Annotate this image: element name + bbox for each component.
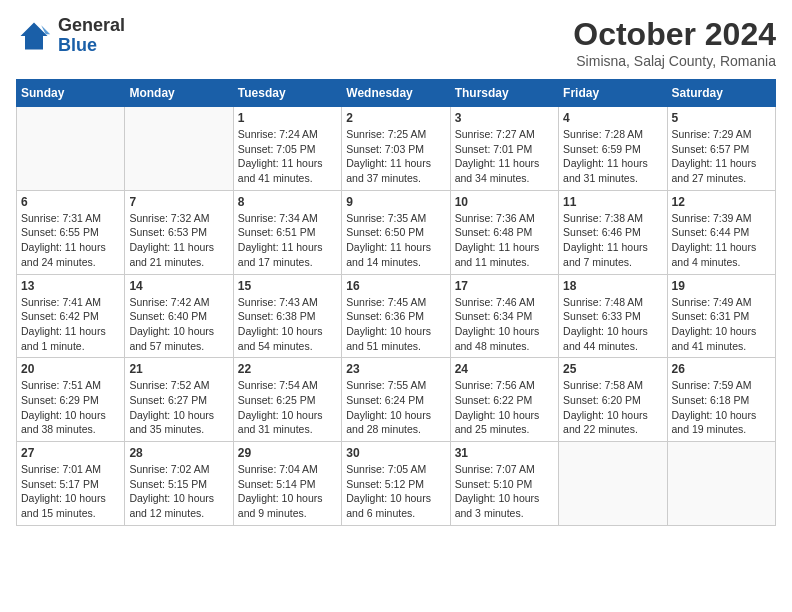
day-number: 22	[238, 362, 337, 376]
day-number: 7	[129, 195, 228, 209]
day-number: 26	[672, 362, 771, 376]
day-number: 4	[563, 111, 662, 125]
day-info: Sunrise: 7:27 AM Sunset: 7:01 PM Dayligh…	[455, 127, 554, 186]
day-number: 28	[129, 446, 228, 460]
day-info: Sunrise: 7:56 AM Sunset: 6:22 PM Dayligh…	[455, 378, 554, 437]
day-number: 18	[563, 279, 662, 293]
day-number: 27	[21, 446, 120, 460]
table-row: 19Sunrise: 7:49 AM Sunset: 6:31 PM Dayli…	[667, 274, 775, 358]
logo-icon	[16, 18, 52, 54]
table-row: 8Sunrise: 7:34 AM Sunset: 6:51 PM Daylig…	[233, 190, 341, 274]
table-row: 28Sunrise: 7:02 AM Sunset: 5:15 PM Dayli…	[125, 442, 233, 526]
day-info: Sunrise: 7:46 AM Sunset: 6:34 PM Dayligh…	[455, 295, 554, 354]
day-number: 19	[672, 279, 771, 293]
table-row: 17Sunrise: 7:46 AM Sunset: 6:34 PM Dayli…	[450, 274, 558, 358]
calendar-table: Sunday Monday Tuesday Wednesday Thursday…	[16, 79, 776, 526]
day-number: 14	[129, 279, 228, 293]
day-number: 21	[129, 362, 228, 376]
table-row: 4Sunrise: 7:28 AM Sunset: 6:59 PM Daylig…	[559, 107, 667, 191]
day-number: 16	[346, 279, 445, 293]
table-row	[17, 107, 125, 191]
day-number: 2	[346, 111, 445, 125]
day-number: 31	[455, 446, 554, 460]
table-row: 18Sunrise: 7:48 AM Sunset: 6:33 PM Dayli…	[559, 274, 667, 358]
day-info: Sunrise: 7:35 AM Sunset: 6:50 PM Dayligh…	[346, 211, 445, 270]
calendar-week-row: 13Sunrise: 7:41 AM Sunset: 6:42 PM Dayli…	[17, 274, 776, 358]
table-row: 11Sunrise: 7:38 AM Sunset: 6:46 PM Dayli…	[559, 190, 667, 274]
table-row: 21Sunrise: 7:52 AM Sunset: 6:27 PM Dayli…	[125, 358, 233, 442]
day-number: 10	[455, 195, 554, 209]
table-row: 9Sunrise: 7:35 AM Sunset: 6:50 PM Daylig…	[342, 190, 450, 274]
table-row: 29Sunrise: 7:04 AM Sunset: 5:14 PM Dayli…	[233, 442, 341, 526]
day-number: 13	[21, 279, 120, 293]
table-row: 5Sunrise: 7:29 AM Sunset: 6:57 PM Daylig…	[667, 107, 775, 191]
day-number: 29	[238, 446, 337, 460]
day-info: Sunrise: 7:34 AM Sunset: 6:51 PM Dayligh…	[238, 211, 337, 270]
day-info: Sunrise: 7:25 AM Sunset: 7:03 PM Dayligh…	[346, 127, 445, 186]
table-row: 15Sunrise: 7:43 AM Sunset: 6:38 PM Dayli…	[233, 274, 341, 358]
day-info: Sunrise: 7:54 AM Sunset: 6:25 PM Dayligh…	[238, 378, 337, 437]
table-row: 26Sunrise: 7:59 AM Sunset: 6:18 PM Dayli…	[667, 358, 775, 442]
table-row: 14Sunrise: 7:42 AM Sunset: 6:40 PM Dayli…	[125, 274, 233, 358]
day-info: Sunrise: 7:55 AM Sunset: 6:24 PM Dayligh…	[346, 378, 445, 437]
day-info: Sunrise: 7:32 AM Sunset: 6:53 PM Dayligh…	[129, 211, 228, 270]
table-row	[559, 442, 667, 526]
day-info: Sunrise: 7:01 AM Sunset: 5:17 PM Dayligh…	[21, 462, 120, 521]
calendar-week-row: 1Sunrise: 7:24 AM Sunset: 7:05 PM Daylig…	[17, 107, 776, 191]
day-info: Sunrise: 7:48 AM Sunset: 6:33 PM Dayligh…	[563, 295, 662, 354]
day-number: 23	[346, 362, 445, 376]
day-number: 25	[563, 362, 662, 376]
col-wednesday: Wednesday	[342, 80, 450, 107]
calendar-week-row: 6Sunrise: 7:31 AM Sunset: 6:55 PM Daylig…	[17, 190, 776, 274]
day-info: Sunrise: 7:38 AM Sunset: 6:46 PM Dayligh…	[563, 211, 662, 270]
day-number: 11	[563, 195, 662, 209]
col-friday: Friday	[559, 80, 667, 107]
table-row: 23Sunrise: 7:55 AM Sunset: 6:24 PM Dayli…	[342, 358, 450, 442]
table-row: 30Sunrise: 7:05 AM Sunset: 5:12 PM Dayli…	[342, 442, 450, 526]
table-row: 1Sunrise: 7:24 AM Sunset: 7:05 PM Daylig…	[233, 107, 341, 191]
table-row: 22Sunrise: 7:54 AM Sunset: 6:25 PM Dayli…	[233, 358, 341, 442]
table-row	[125, 107, 233, 191]
table-row: 10Sunrise: 7:36 AM Sunset: 6:48 PM Dayli…	[450, 190, 558, 274]
day-info: Sunrise: 7:58 AM Sunset: 6:20 PM Dayligh…	[563, 378, 662, 437]
logo: General Blue	[16, 16, 125, 56]
calendar-week-row: 27Sunrise: 7:01 AM Sunset: 5:17 PM Dayli…	[17, 442, 776, 526]
table-row: 2Sunrise: 7:25 AM Sunset: 7:03 PM Daylig…	[342, 107, 450, 191]
day-info: Sunrise: 7:42 AM Sunset: 6:40 PM Dayligh…	[129, 295, 228, 354]
day-info: Sunrise: 7:02 AM Sunset: 5:15 PM Dayligh…	[129, 462, 228, 521]
day-info: Sunrise: 7:41 AM Sunset: 6:42 PM Dayligh…	[21, 295, 120, 354]
table-row: 6Sunrise: 7:31 AM Sunset: 6:55 PM Daylig…	[17, 190, 125, 274]
day-info: Sunrise: 7:28 AM Sunset: 6:59 PM Dayligh…	[563, 127, 662, 186]
table-row: 3Sunrise: 7:27 AM Sunset: 7:01 PM Daylig…	[450, 107, 558, 191]
col-sunday: Sunday	[17, 80, 125, 107]
day-number: 20	[21, 362, 120, 376]
col-thursday: Thursday	[450, 80, 558, 107]
day-number: 15	[238, 279, 337, 293]
day-info: Sunrise: 7:39 AM Sunset: 6:44 PM Dayligh…	[672, 211, 771, 270]
day-number: 6	[21, 195, 120, 209]
day-number: 17	[455, 279, 554, 293]
day-info: Sunrise: 7:24 AM Sunset: 7:05 PM Dayligh…	[238, 127, 337, 186]
table-row	[667, 442, 775, 526]
day-number: 5	[672, 111, 771, 125]
logo-text: General Blue	[58, 16, 125, 56]
table-row: 16Sunrise: 7:45 AM Sunset: 6:36 PM Dayli…	[342, 274, 450, 358]
day-number: 30	[346, 446, 445, 460]
day-info: Sunrise: 7:05 AM Sunset: 5:12 PM Dayligh…	[346, 462, 445, 521]
calendar-week-row: 20Sunrise: 7:51 AM Sunset: 6:29 PM Dayli…	[17, 358, 776, 442]
table-row: 20Sunrise: 7:51 AM Sunset: 6:29 PM Dayli…	[17, 358, 125, 442]
col-saturday: Saturday	[667, 80, 775, 107]
day-number: 12	[672, 195, 771, 209]
table-row: 27Sunrise: 7:01 AM Sunset: 5:17 PM Dayli…	[17, 442, 125, 526]
day-info: Sunrise: 7:49 AM Sunset: 6:31 PM Dayligh…	[672, 295, 771, 354]
table-row: 13Sunrise: 7:41 AM Sunset: 6:42 PM Dayli…	[17, 274, 125, 358]
table-row: 24Sunrise: 7:56 AM Sunset: 6:22 PM Dayli…	[450, 358, 558, 442]
day-number: 8	[238, 195, 337, 209]
day-number: 3	[455, 111, 554, 125]
day-info: Sunrise: 7:59 AM Sunset: 6:18 PM Dayligh…	[672, 378, 771, 437]
day-number: 9	[346, 195, 445, 209]
day-info: Sunrise: 7:36 AM Sunset: 6:48 PM Dayligh…	[455, 211, 554, 270]
col-monday: Monday	[125, 80, 233, 107]
day-number: 1	[238, 111, 337, 125]
table-row: 7Sunrise: 7:32 AM Sunset: 6:53 PM Daylig…	[125, 190, 233, 274]
